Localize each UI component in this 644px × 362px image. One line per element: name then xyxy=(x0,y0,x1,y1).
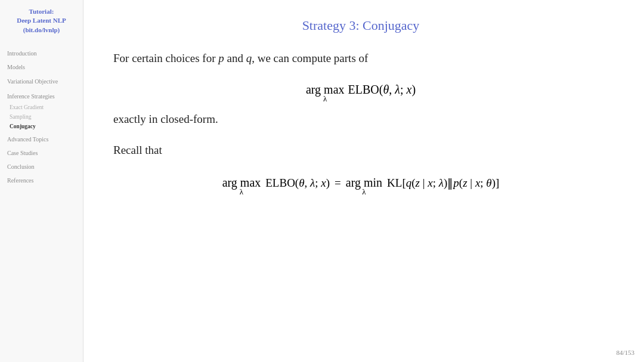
argmin-lambda: λ xyxy=(362,187,366,197)
sidebar-item-advanced-topics[interactable]: Advanced Topics xyxy=(5,135,78,144)
kl-expression: KL[q(z | x; λ)‖p(z | x; θ)] xyxy=(387,176,499,190)
argmax-group-1: arg max λ xyxy=(306,83,345,104)
equals-sign: = xyxy=(335,177,341,190)
sidebar-item-case-studies[interactable]: Case Studies xyxy=(5,148,78,157)
argmax-lambda-2: λ xyxy=(240,187,243,197)
sidebar-item-models[interactable]: Models xyxy=(5,63,78,72)
math-block-2: arg max λ ELBO(θ, λ; x) = arg min λ KL[q… xyxy=(113,176,608,197)
elbo-1: ELBO(θ, λ; x) xyxy=(348,83,416,97)
sidebar: Tutorial: Deep Latent NLP (bit.do/lvnlp)… xyxy=(0,0,83,362)
argmax-group-2: arg max λ xyxy=(222,176,261,197)
elbo-2: ELBO(θ, λ; x) xyxy=(265,177,330,190)
sidebar-item-conjugacy[interactable]: Conjugacy xyxy=(5,123,78,130)
slide-main: Strategy 3: Conjugacy For certain choice… xyxy=(83,0,644,362)
sidebar-item-references[interactable]: References xyxy=(5,176,78,185)
argmin-group: arg min λ xyxy=(346,176,382,197)
var-p: p xyxy=(218,52,224,64)
math-block-1: arg max λ ELBO(θ, λ; x) xyxy=(113,83,608,104)
paragraph-3: Recall that xyxy=(113,142,608,159)
sidebar-item-inference-strategies[interactable]: Inference Strategies xyxy=(5,91,78,101)
paragraph-1: For certain choices for p and q, we can … xyxy=(113,50,608,67)
var-q: q xyxy=(246,52,252,64)
sidebar-item-exact-gradient[interactable]: Exact Gradient xyxy=(5,104,78,111)
paragraph-2: exactly in closed-form. xyxy=(113,111,608,128)
sidebar-item-variational-objective[interactable]: Variational Objective xyxy=(5,76,78,86)
page-number: 84/153 xyxy=(616,349,634,356)
slide-title: Strategy 3: Conjugacy xyxy=(113,18,608,33)
sidebar-item-introduction[interactable]: Introduction xyxy=(5,49,78,58)
sidebar-item-sampling[interactable]: Sampling xyxy=(5,113,78,120)
sidebar-title: Tutorial: Deep Latent NLP (bit.do/lvnlp) xyxy=(5,7,78,35)
sidebar-item-conclusion[interactable]: Conclusion xyxy=(5,162,78,171)
argmax-lambda-1: λ xyxy=(323,94,327,104)
